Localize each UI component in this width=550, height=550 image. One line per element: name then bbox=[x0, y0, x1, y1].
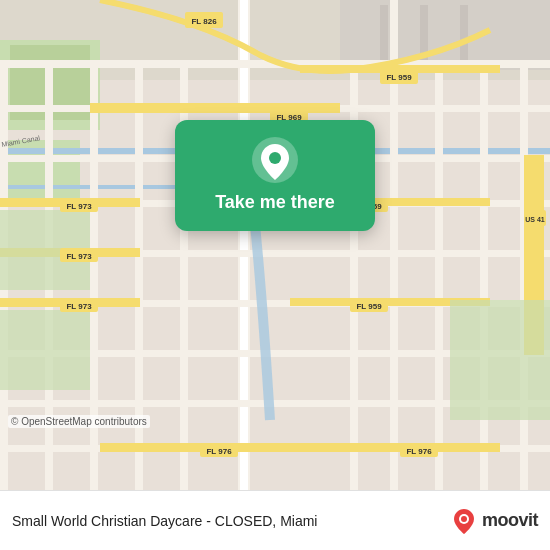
svg-text:FL 959: FL 959 bbox=[356, 302, 382, 311]
svg-text:FL 973: FL 973 bbox=[66, 202, 92, 211]
svg-rect-39 bbox=[100, 443, 500, 452]
svg-text:FL 973: FL 973 bbox=[66, 302, 92, 311]
map-container: FL 826 FL 969 FL 959 FL 973 FL 973 FL 97… bbox=[0, 0, 550, 490]
svg-text:FL 826: FL 826 bbox=[191, 17, 217, 26]
svg-text:FL 976: FL 976 bbox=[206, 447, 232, 456]
svg-rect-5 bbox=[460, 5, 468, 65]
map-attribution: © OpenStreetMap contributors bbox=[8, 415, 150, 428]
svg-rect-14 bbox=[435, 60, 443, 490]
location-pin-icon bbox=[251, 136, 299, 184]
svg-point-71 bbox=[461, 516, 467, 522]
moovit-pin-icon bbox=[450, 507, 478, 535]
take-me-there-label: Take me there bbox=[215, 192, 335, 213]
moovit-logo: moovit bbox=[450, 507, 538, 535]
svg-rect-3 bbox=[380, 5, 388, 65]
svg-rect-15 bbox=[480, 60, 488, 490]
place-name: Small World Christian Daycare - CLOSED, … bbox=[12, 513, 440, 529]
svg-rect-42 bbox=[0, 310, 90, 390]
svg-text:FL 973: FL 973 bbox=[66, 252, 92, 261]
svg-text:FL 976: FL 976 bbox=[406, 447, 432, 456]
moovit-text: moovit bbox=[482, 510, 538, 531]
svg-rect-2 bbox=[340, 0, 550, 70]
svg-text:US 41: US 41 bbox=[525, 216, 545, 223]
svg-rect-12 bbox=[240, 0, 248, 490]
svg-text:FL 959: FL 959 bbox=[386, 73, 412, 82]
location-card[interactable]: Take me there bbox=[175, 120, 375, 231]
bottom-bar: Small World Christian Daycare - CLOSED, … bbox=[0, 490, 550, 550]
svg-point-69 bbox=[269, 152, 281, 164]
svg-rect-43 bbox=[450, 300, 550, 420]
